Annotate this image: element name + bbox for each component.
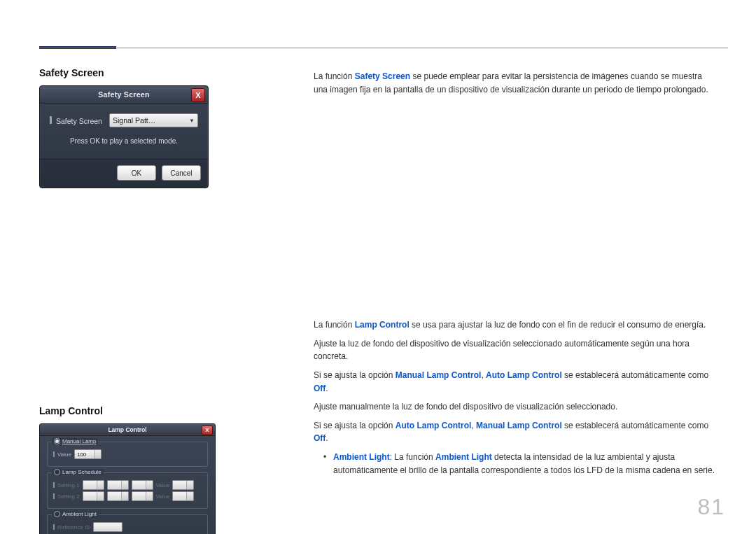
close-icon: X	[195, 92, 201, 99]
ampm-spinner[interactable]: ▲▼	[132, 480, 153, 490]
dialog-titlebar: Safety Screen X	[40, 86, 208, 104]
ok-button[interactable]: OK	[117, 165, 156, 181]
dropdown-value: Signal Patt…	[113, 116, 155, 125]
keyword: Manual Lamp Control	[396, 370, 482, 380]
keyword: Manual Lamp Control	[476, 421, 562, 430]
reference-input[interactable]	[93, 522, 122, 532]
lamp-control-dialog: Lamp Control X Manual Lamp Value 100▲▼ L…	[39, 423, 216, 534]
page-number: 81	[697, 494, 725, 520]
manual-lamp-group: Manual Lamp Value 100▲▼	[47, 442, 208, 467]
chevron-down-icon: ▼	[189, 118, 195, 124]
lamp-p2: Ajuste la luz de fondo del dispositivo d…	[314, 337, 717, 363]
lamp-text-block: La función Lamp Control se usa para ajus…	[314, 318, 717, 477]
left-column: Safety Screen Safety Screen X Safety Scr…	[39, 67, 263, 534]
reference-row: Reference ID	[53, 522, 202, 532]
keyword: Safety Screen	[355, 71, 410, 81]
time-spinner[interactable]: ▲▼	[83, 491, 104, 501]
bullet-list: Ambient Light: La función Ambient Light …	[314, 451, 717, 477]
keyword: Lamp Control	[355, 320, 410, 330]
safety-option-row: Safety Screen Signal Patt… ▼	[50, 113, 198, 127]
list-item: Ambient Light: La función Ambient Light …	[314, 451, 717, 477]
radio-on-icon	[54, 438, 60, 444]
close-icon: X	[205, 428, 209, 433]
reference-label: Reference ID	[57, 524, 90, 531]
setting1-row: Setting 1 ▲▼ ▲▼ ▲▼ Value ▲▼	[53, 480, 202, 490]
right-column: La función Safety Screen se puede emplea…	[314, 70, 717, 481]
value-spinner[interactable]: ▲▼	[172, 491, 194, 501]
marker-icon	[53, 482, 55, 488]
dialog-body: Manual Lamp Value 100▲▼ Lamp Schedule Se…	[40, 436, 215, 534]
dialog-body: Safety Screen Signal Patt… ▼ Press OK to…	[40, 104, 208, 159]
lamp-schedule-group: Lamp Schedule Setting 1 ▲▼ ▲▼ ▲▼ Value ▲…	[47, 472, 208, 509]
safety-screen-dialog: Safety Screen X Safety Screen Signal Pat…	[39, 85, 209, 188]
ambient-light-group: Ambient Light Reference ID	[47, 514, 208, 534]
cancel-button[interactable]: Cancel	[162, 165, 201, 181]
lamp-heading: Lamp Control	[39, 405, 263, 416]
time-spinner[interactable]: ▲▼	[107, 480, 129, 490]
marker-icon	[53, 524, 55, 530]
group-legend[interactable]: Manual Lamp	[52, 438, 98, 444]
dialog-titlebar: Lamp Control X	[40, 424, 215, 436]
time-spinner[interactable]: ▲▼	[107, 491, 129, 501]
marker-icon	[50, 116, 52, 124]
marker-icon	[53, 451, 55, 457]
value-label: Value	[57, 451, 71, 458]
marker-icon	[53, 493, 55, 499]
setting2-label: Setting 2	[57, 493, 80, 500]
signal-pattern-dropdown[interactable]: Signal Patt… ▼	[109, 113, 198, 127]
header-rule	[39, 48, 728, 48]
keyword: Auto Lamp Control	[486, 370, 562, 380]
value-row: Value 100▲▼	[53, 449, 202, 459]
close-button[interactable]: X	[191, 88, 205, 102]
document-page: Safety Screen Safety Screen X Safety Scr…	[0, 0, 756, 534]
lamp-p4: Ajuste manualmente la luz de fondo del d…	[314, 400, 717, 414]
dialog-title: Safety Screen	[98, 90, 149, 99]
lamp-p3: Si se ajusta la opción Manual Lamp Contr…	[314, 369, 717, 395]
keyword: Off	[314, 384, 326, 393]
keyword: Ambient Light	[435, 452, 492, 462]
keyword: Ambient Light	[333, 452, 390, 462]
dialog-footer: OK Cancel	[40, 159, 208, 188]
ampm-spinner[interactable]: ▲▼	[132, 491, 153, 501]
lamp-p1: La función Lamp Control se usa para ajus…	[314, 318, 717, 332]
field-label: Safety Screen	[50, 116, 102, 125]
group-legend[interactable]: Lamp Schedule	[52, 469, 104, 475]
lamp-section: Lamp Control Lamp Control X Manual Lamp …	[39, 405, 263, 534]
value-spinner[interactable]: 100▲▼	[74, 449, 102, 459]
hint-text: Press OK to play a selected mode.	[50, 137, 198, 145]
group-legend[interactable]: Ambient Light	[52, 511, 99, 517]
radio-off-icon	[54, 511, 60, 517]
radio-off-icon	[54, 469, 60, 475]
safety-paragraph: La función Safety Screen se puede emplea…	[314, 70, 717, 96]
keyword: Auto Lamp Control	[396, 421, 472, 430]
lamp-p5: Si se ajusta la opción Auto Lamp Control…	[314, 419, 717, 445]
sched-value-label: Value	[156, 493, 170, 500]
value-spinner[interactable]: ▲▼	[172, 480, 194, 490]
setting1-label: Setting 1	[57, 482, 80, 489]
sched-value-label: Value	[156, 482, 170, 489]
setting2-row: Setting 2 ▲▼ ▲▼ ▲▼ Value ▲▼	[53, 491, 202, 501]
dialog-title: Lamp Control	[108, 426, 146, 433]
close-button[interactable]: X	[202, 426, 213, 435]
time-spinner[interactable]: ▲▼	[83, 480, 104, 490]
safety-heading: Safety Screen	[39, 67, 263, 78]
keyword: Off	[314, 433, 326, 443]
